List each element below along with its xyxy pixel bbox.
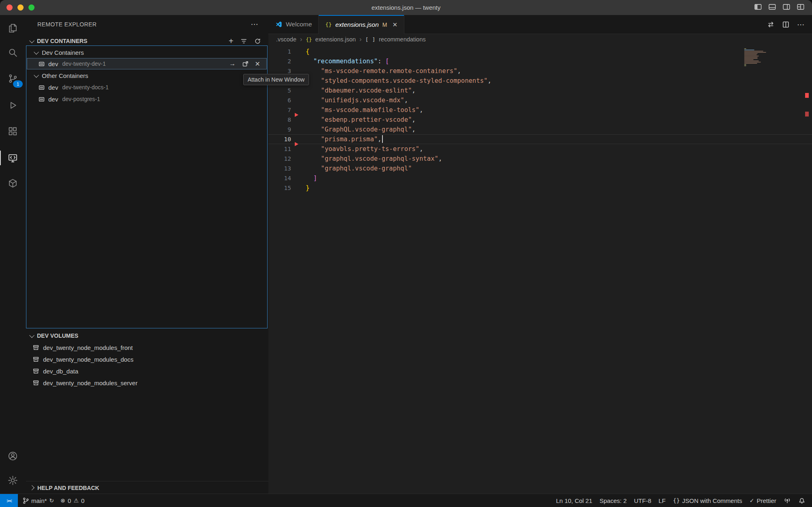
text-cursor — [382, 135, 383, 143]
volume-item[interactable]: dev_twenty_node_modules_server — [26, 377, 268, 389]
volume-item[interactable]: dev_twenty_node_modules_front — [26, 342, 268, 354]
status-formatter[interactable]: ✓ Prettier — [749, 497, 776, 504]
status-encoding[interactable]: UTF-8 — [634, 497, 651, 504]
toggle-primary-sidebar-icon[interactable] — [754, 3, 762, 11]
section-dev-volumes[interactable]: DEV VOLUMES — [26, 330, 268, 341]
status-indentation[interactable]: Spaces: 2 — [600, 497, 627, 504]
status-language-mode[interactable]: {} JSON with Comments — [673, 497, 742, 504]
code-token: , — [404, 97, 408, 104]
code-line[interactable]: 10 "prisma.prisma", — [268, 134, 812, 144]
editor-more-actions-icon[interactable]: ⋯ — [797, 20, 805, 29]
code-line[interactable]: 13 "graphql.vscode-graphql" — [268, 164, 812, 173]
code-line[interactable]: 14 ] — [268, 173, 812, 183]
code-line[interactable]: 8 "esbenp.prettier-vscode", — [268, 115, 812, 125]
status-eol[interactable]: LF — [659, 497, 666, 504]
code-line[interactable]: 7 "ms-vscode.makefile-tools", — [268, 105, 812, 115]
breadcrumb-folder[interactable]: .vscode — [276, 36, 296, 43]
remote-explorer-icon[interactable] — [0, 148, 26, 168]
minimize-button[interactable] — [17, 4, 24, 11]
attach-container-icon[interactable]: → — [229, 60, 236, 67]
check-icon: ✓ — [749, 497, 754, 504]
filter-icon[interactable] — [240, 38, 247, 45]
code-text: "ms-vscode-remote.remote-containers", — [306, 66, 461, 76]
settings-gear-icon[interactable] — [0, 470, 26, 490]
tree-item-dev-postgres-1[interactable]: dev dev-postgres-1 — [27, 93, 267, 105]
sidebar-more-actions-icon[interactable]: ⋯ — [251, 22, 259, 26]
code-token: ] — [313, 175, 317, 182]
branch-label: main* — [31, 497, 47, 504]
remove-container-icon[interactable]: ✕ — [255, 60, 260, 68]
container-icon — [38, 84, 45, 91]
section-dev-containers[interactable]: DEV CONTAINERS + — [26, 35, 268, 47]
status-branch[interactable]: main* ↻ — [23, 497, 54, 504]
code-token — [306, 97, 321, 104]
code-text: ] — [306, 173, 317, 183]
toggle-secondary-sidebar-icon[interactable] — [782, 3, 790, 11]
code-line[interactable]: 3 "ms-vscode-remote.remote-containers", — [268, 66, 812, 76]
attach-in-new-window-icon[interactable] — [242, 60, 249, 67]
sync-icon[interactable]: ↻ — [49, 497, 54, 504]
volume-item[interactable]: dev_db_data — [26, 365, 268, 377]
account-icon[interactable] — [0, 446, 26, 466]
new-container-icon[interactable]: + — [229, 38, 233, 44]
code-text: "GraphQL.vscode-graphql", — [306, 125, 416, 134]
code-text: "yoavbls.pretty-ts-errors", — [306, 144, 423, 154]
code-line[interactable]: 2 "recommendations": [ — [268, 56, 812, 66]
tree-group-dev-containers[interactable]: Dev Containers — [27, 47, 267, 58]
source-control-icon[interactable]: 1 — [0, 69, 26, 88]
line-number: 7 — [268, 105, 291, 115]
customize-layout-icon[interactable] — [797, 3, 805, 11]
explorer-icon[interactable] — [0, 18, 26, 38]
container-name: dev — [48, 84, 58, 91]
toggle-panel-icon[interactable] — [768, 3, 776, 11]
code-area[interactable]: 1{2 "recommendations": [3 "ms-vscode-rem… — [268, 47, 812, 193]
tree-item-dev-twenty-dev-1[interactable]: dev dev-twenty-dev-1 → ✕ — [27, 58, 267, 69]
code-line[interactable]: 6 "unifiedjs.vscode-mdx", — [268, 95, 812, 105]
warning-count: 0 — [81, 497, 84, 504]
array-symbol-icon: [ ] — [365, 37, 376, 43]
breadcrumb-file[interactable]: extensions.json — [315, 36, 356, 43]
line-number: 11 — [268, 144, 291, 154]
volume-item[interactable]: dev_twenty_node_modules_docs — [26, 354, 268, 365]
tree-group-other-containers[interactable]: Other Containers — [27, 70, 267, 81]
remote-indicator[interactable]: >< — [0, 494, 18, 507]
code-token: "prisma.prisma" — [321, 136, 378, 143]
code-line[interactable]: 9 "GraphQL.vscode-graphql", — [268, 125, 812, 134]
status-cursor-position[interactable]: Ln 10, Col 21 — [556, 497, 592, 504]
error-icon: ⊗ — [60, 497, 65, 504]
code-line[interactable]: 15} — [268, 183, 812, 193]
activity-bar: 1 — [0, 15, 26, 494]
sidebar-title-row: REMOTE EXPLORER ⋯ — [26, 15, 268, 34]
section-help-and-feedback[interactable]: HELP AND FEEDBACK — [26, 481, 268, 494]
code-line[interactable]: 1{ — [268, 47, 812, 56]
refresh-icon[interactable] — [254, 38, 261, 45]
code-line[interactable]: 12 "graphql.vscode-graphql-syntax", — [268, 154, 812, 164]
search-icon[interactable] — [0, 43, 26, 62]
notifications-bell-icon[interactable] — [798, 497, 806, 504]
minimap-line — [744, 56, 759, 56]
json-symbol-icon: {} — [306, 37, 312, 43]
zoom-button[interactable] — [28, 4, 35, 11]
tab-welcome[interactable]: Welcome — [268, 15, 319, 34]
split-editor-icon[interactable] — [782, 21, 790, 28]
code-token: , — [412, 126, 415, 133]
breadcrumb-symbol[interactable]: recommendations — [379, 36, 425, 43]
code-line[interactable]: 11 "yoavbls.pretty-ts-errors", — [268, 144, 812, 154]
extensions-icon[interactable] — [0, 121, 26, 141]
open-changes-icon[interactable] — [767, 21, 775, 28]
close-tab-icon[interactable]: ✕ — [393, 21, 398, 28]
code-text: "prisma.prisma", — [306, 134, 383, 144]
minimap[interactable] — [744, 48, 768, 66]
tab-extensions-json[interactable]: {} extensions.json M ✕ — [319, 15, 404, 34]
close-button[interactable] — [6, 4, 13, 11]
code-line[interactable]: 4 "styled-components.vscode-styled-compo… — [268, 76, 812, 86]
status-problems[interactable]: ⊗ 0 ⚠ 0 — [60, 497, 84, 504]
code-token: "GraphQL.vscode-graphql" — [321, 126, 412, 133]
dev-containers-icon[interactable] — [0, 173, 26, 193]
feedback-icon[interactable] — [784, 497, 791, 504]
code-line[interactable]: 5 "dbaeumer.vscode-eslint", — [268, 86, 812, 95]
container-icon — [38, 96, 45, 103]
run-debug-icon[interactable] — [0, 95, 26, 115]
gutter — [291, 125, 306, 134]
tree-item-dev-twenty-docs-1[interactable]: dev dev-twenty-docs-1 — [27, 82, 267, 93]
